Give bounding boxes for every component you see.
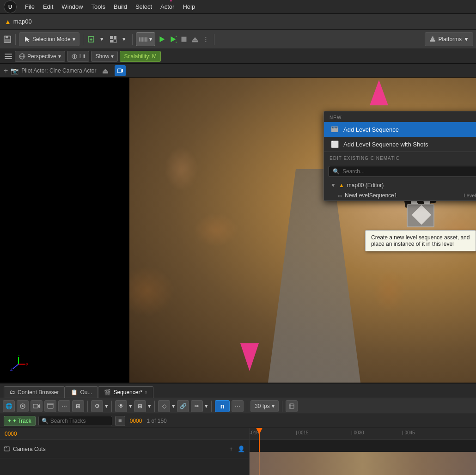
seq-render-btn[interactable] [286, 400, 298, 412]
seq-pen-arrow[interactable]: ▾ [205, 402, 208, 409]
play-btn[interactable] [157, 35, 166, 44]
menu-window[interactable]: Window [58, 2, 86, 12]
seq-grid-arrow[interactable]: ▾ [148, 402, 151, 409]
seq-n-btn[interactable]: n [215, 400, 230, 412]
play-selected-btn[interactable] [168, 35, 177, 44]
menu-select[interactable]: Select [132, 2, 156, 12]
search-tracks-input[interactable] [50, 418, 120, 424]
search-input[interactable] [342, 168, 476, 175]
tree-seq-icon: ▭ [338, 193, 342, 198]
tree-seq-label: NewLevelSequence1 [345, 192, 397, 199]
menu-help[interactable]: Help [179, 2, 199, 12]
bottom-tabs: 🗂 Content Browser 📋 Ou... 🎬 Sequencer* × [0, 384, 476, 398]
seq-grid-btn[interactable]: ⊞ [134, 400, 146, 412]
menu-build[interactable]: Build [110, 2, 131, 12]
svg-marker-31 [103, 69, 108, 72]
seq-filter-btn[interactable]: ⊞ [72, 400, 84, 412]
svg-text:Y: Y [18, 355, 20, 357]
timeline-header-left: 0000 [0, 428, 249, 440]
svg-marker-18 [171, 36, 176, 42]
show-btn[interactable]: Show ▾ [91, 51, 118, 62]
search-box: 🔍 [329, 166, 476, 177]
seq-link-btn[interactable]: 🔗 [177, 400, 189, 412]
seq-capture-btn[interactable] [17, 400, 29, 412]
hamburger-icon[interactable] [4, 52, 13, 61]
add-track-btn[interactable]: + + Track [4, 416, 36, 426]
menu-actor[interactable]: Actor [157, 2, 178, 12]
pilot-eject-icon[interactable] [101, 66, 110, 75]
tick-0015: | 0015 [296, 430, 309, 435]
svg-rect-21 [181, 37, 186, 42]
stop-btn[interactable] [179, 35, 189, 44]
tooltip-text: Create a new level sequence asset, and p… [371, 234, 470, 247]
seq-eye-btn[interactable]: 👁 [115, 400, 127, 412]
seq-dots-btn[interactable]: ⋯ [58, 400, 70, 412]
seq-diamond-btn[interactable]: ◇ [158, 400, 170, 412]
platforms-btn[interactable]: Platforms ▼ [425, 32, 473, 46]
menu-file[interactable]: File [21, 2, 38, 12]
eject-btn[interactable] [190, 35, 200, 44]
camera-cuts-thumbnail-area [250, 440, 476, 463]
camera-cuts-people-icon[interactable]: 👤 [237, 445, 245, 453]
seq-settings-btn[interactable]: ⚙ [91, 400, 103, 412]
tab-close-icon[interactable]: × [145, 390, 147, 395]
seq-sep3 [154, 401, 155, 412]
add-level-sequence-shots-label: Add Level Sequence with Shots [343, 141, 428, 148]
tab-sequencer[interactable]: 🎬 Sequencer* × [98, 386, 153, 398]
filter-icon[interactable]: ≡ [115, 416, 125, 426]
fps-button[interactable]: 30 fps ▾ [250, 400, 279, 412]
sequencer-track-row: + + Track 🔍 ≡ 0000 1 of 150 [0, 414, 476, 428]
cinematics-dropdown: NEW Add Level Sequence ⬜ Add Level Se [323, 111, 476, 201]
tree-row-newlevelseq[interactable]: ▭ NewLevelSequence1 LevelSequenceActor [324, 190, 476, 201]
seq-eye-arrow[interactable]: ▾ [129, 402, 132, 409]
clapper-body [407, 204, 434, 227]
seq-blue-dots[interactable]: ⋯ [232, 400, 244, 412]
tree-seq-type: LevelSequenceActor [464, 193, 476, 198]
tab-content-browser[interactable]: 🗂 Content Browser [4, 386, 65, 398]
more-options-icon[interactable]: ⋮ [201, 35, 211, 44]
svg-rect-33 [117, 69, 122, 73]
platforms-label: Platforms [438, 36, 462, 43]
camera-cuts-add-icon[interactable]: + [227, 445, 235, 453]
menu-edit[interactable]: Edit [39, 2, 57, 12]
perspective-arrow: ▾ [58, 53, 61, 60]
clapperboard-shots-icon: ⬜ [330, 140, 339, 148]
svg-rect-25 [431, 38, 434, 40]
axis-indicator: X Y Z [9, 355, 28, 373]
timeline-header-right: -015 | 0015 | 0030 | 0045 [250, 428, 476, 440]
perspective-btn[interactable]: Perspective ▾ [15, 51, 65, 62]
seq-pen-btn[interactable]: ✏ [191, 400, 203, 412]
tree-expand-icon[interactable]: ▼ [330, 182, 336, 189]
add-level-sequence-item[interactable]: Add Level Sequence [324, 122, 476, 137]
selection-mode-btn[interactable]: Selection Mode ▾ [19, 32, 79, 46]
camera-view-icon[interactable] [115, 65, 126, 76]
ue-logo[interactable]: U [4, 0, 17, 13]
seq-settings-arrow[interactable]: ▾ [105, 402, 108, 409]
clapperboard-actor [407, 200, 439, 227]
snap-icon[interactable] [109, 35, 118, 44]
map-icon: ▲ [5, 18, 11, 25]
menu-tools[interactable]: Tools [88, 2, 109, 12]
tab-output[interactable]: 📋 Ou... [65, 386, 98, 398]
main-toolbar: Selection Mode ▾ ▾ ▾ ▾ ⋮ [0, 30, 476, 49]
add-actor-dropdown-icon[interactable]: ▾ [98, 35, 107, 44]
new-section-label: NEW [324, 111, 476, 122]
add-track-icon: + [8, 418, 11, 424]
left-panel: X Y Z [0, 78, 129, 383]
viewport-toolbar: Perspective ▾ Lit Show ▾ Scalability: M [0, 49, 476, 64]
fps-arrow: ▾ [272, 403, 275, 409]
seq-diamond-arrow[interactable]: ▾ [172, 402, 175, 409]
timeline-right: -015 | 0015 | 0030 | 0045 [250, 428, 476, 475]
time-count: 0000 [130, 418, 142, 424]
lit-btn[interactable]: Lit [67, 51, 90, 62]
save-icon[interactable] [3, 35, 12, 44]
seq-clapboard-btn[interactable] [44, 400, 56, 412]
svg-rect-9 [114, 40, 116, 43]
scalability-btn[interactable]: Scalability: M [120, 51, 161, 62]
add-actor-icon[interactable] [86, 35, 96, 44]
snap-dropdown-icon[interactable]: ▾ [120, 35, 129, 44]
cinematics-btn[interactable]: ▾ [136, 32, 155, 46]
seq-camera-btn[interactable] [31, 400, 43, 412]
add-level-sequence-shots-item[interactable]: ⬜ Add Level Sequence with Shots [324, 137, 476, 152]
seq-globe-btn[interactable]: 🌐 [3, 400, 15, 412]
